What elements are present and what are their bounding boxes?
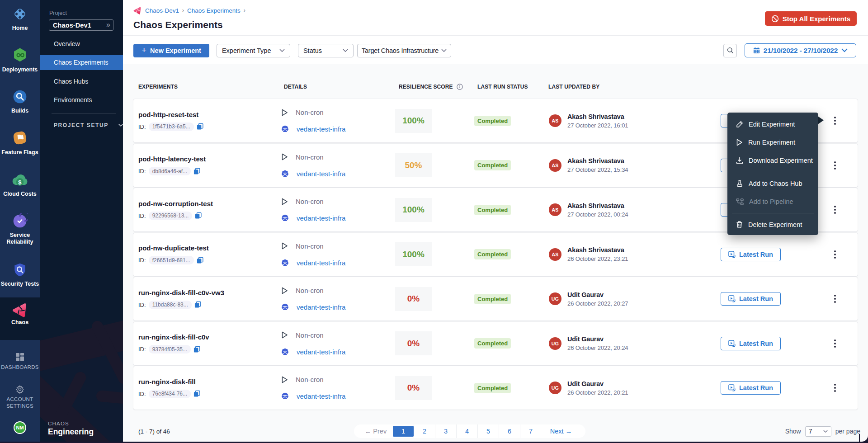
- svg-text:$: $: [18, 179, 22, 186]
